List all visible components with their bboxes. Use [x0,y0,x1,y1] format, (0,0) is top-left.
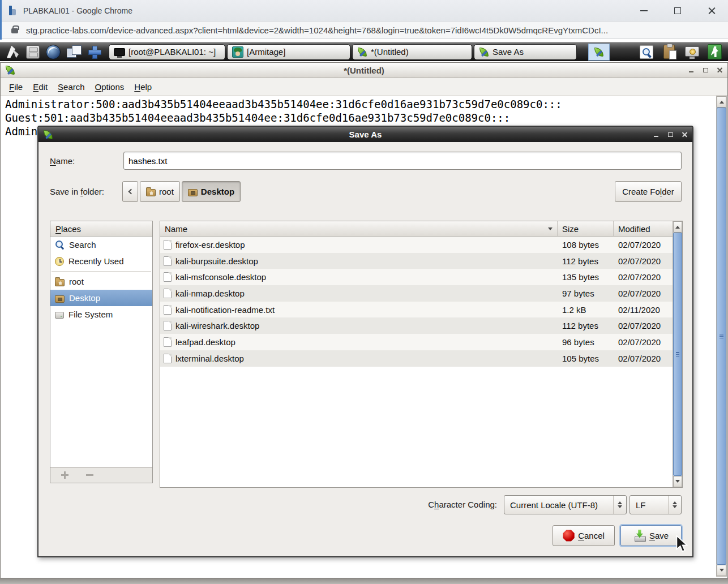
launcher-web-browser-icon[interactable] [43,44,63,61]
dialog-title: Save As [38,130,692,139]
filename-input[interactable] [123,152,682,170]
tray-icon[interactable] [636,44,657,61]
file-row[interactable]: kali-nmap.desktop 97 bytes 02/07/2020 [160,285,673,302]
scroll-up-button[interactable] [673,221,682,233]
file-list-scrollbar[interactable] [673,221,682,487]
path-button-desktop[interactable]: Desktop [182,181,241,202]
browser-window-title: PLABKALI01 - Google Chrome [23,6,132,15]
places-header[interactable]: Places [50,221,152,237]
file-row[interactable]: kali-notification-readme.txt 1.2 kB 02/1… [160,302,673,318]
column-header-modified[interactable]: Modified [614,221,673,236]
clipboard-icon [663,45,675,59]
scroll-down-button[interactable] [717,565,726,576]
sidebar-item-desktop[interactable]: Desktop [50,290,152,306]
taskbar-window-button[interactable]: [Armitage] [227,44,350,60]
leafpad-icon [479,47,489,57]
taskbar-window-button[interactable]: [root@PLABKALI01: ~] [109,44,225,60]
tray-icon[interactable] [658,44,680,61]
line-ending-select[interactable]: LF [629,495,682,514]
thumb-grip [720,334,723,338]
tray-icon[interactable] [681,44,703,61]
url-text[interactable]: stg.practice-labs.com/device-advanced.as… [26,25,608,35]
save-button[interactable]: Save [620,525,682,546]
encoding-select[interactable]: Current Locale (UTF-8) [504,495,627,514]
save-label: Save [649,531,669,540]
scrollbar-thumb[interactable] [673,233,682,476]
menu-edit[interactable]: Edit [28,80,53,94]
lock-icon[interactable] [11,28,18,33]
column-header-size[interactable]: Size [558,221,614,236]
launcher-add-workspace-icon[interactable] [84,44,104,61]
leafpad-titlebar: *(Untitled) [1,63,727,78]
plus-icon [61,471,68,479]
browser-minimize-button[interactable] [640,7,648,15]
leafpad-minimize-button[interactable] [688,67,695,74]
launcher-iconify-windows-icon[interactable] [63,44,84,61]
folder-icon [188,189,198,196]
arrow-up-icon [720,98,724,104]
taskbar-launchers [0,44,104,61]
text-line: Guest:501:aad3b435b51404eeaad3b435b51404… [1,111,716,124]
save-as-dialog: Save As Name: Save in folder: root Deskt… [37,126,693,557]
file-icon [164,240,172,250]
file-row[interactable]: kali-burpsuite.desktop 112 bytes 02/07/2… [160,253,673,269]
remove-place-button[interactable] [81,469,98,482]
taskbar-window-button[interactable]: Save As [474,44,577,60]
dialog-close-button[interactable] [681,131,688,138]
text-line: Administrator:500:aad3b435b51404eeaad3b4… [1,97,716,111]
launcher-kali-logo-icon[interactable] [2,44,23,61]
maximize-icon [674,7,681,14]
file-row[interactable]: leafpad.desktop 96 bytes 02/07/2020 [160,334,673,350]
menu-search[interactable]: Search [53,80,90,94]
column-header-name[interactable]: Name [160,221,558,236]
scroll-up-button[interactable] [717,96,726,108]
add-workspace-icon [87,45,101,59]
browser-maximize-button[interactable] [674,7,682,15]
path-back-button[interactable] [122,181,138,202]
create-folder-button[interactable]: Create Folder [615,181,682,202]
save-in-folder-label: Save in folder: [50,181,104,202]
path-button-root[interactable]: root [140,181,180,202]
tray-icon[interactable] [588,44,610,61]
browser-close-button[interactable] [708,7,716,15]
leafpad-maximize-button[interactable] [702,67,709,74]
menu-help[interactable]: Help [129,80,157,94]
menu-options[interactable]: Options [90,80,130,94]
file-row[interactable]: kali-msfconsole.desktop 135 bytes 02/07/… [160,269,673,285]
scrollbar-thumb[interactable] [717,108,726,565]
scroll-down-button[interactable] [673,476,682,487]
window-edge [0,0,2,40]
address-bar[interactable]: stg.practice-labs.com/device-advanced.as… [0,22,728,39]
cancel-button[interactable]: Cancel [553,525,615,546]
file-row[interactable]: kali-wireshark.desktop 112 bytes 02/07/2… [160,317,673,334]
sidebar-item-file-system[interactable]: File System [50,306,152,323]
recent-icon [55,257,64,266]
sidebar-item-root[interactable]: root [50,273,152,290]
editor-scrollbar[interactable] [716,96,727,577]
add-place-button[interactable] [56,469,73,482]
taskbar-window-button[interactable]: *(Untitled) [352,44,472,60]
search-icon [55,240,65,250]
dialog-maximize-button[interactable] [667,131,674,138]
leafpad-close-button[interactable] [716,67,723,74]
spinner-arrows-icon [668,496,681,514]
dialog-minimize-button[interactable] [653,131,660,138]
close-icon [708,7,716,14]
screenshot-icon [640,45,653,59]
menu-file[interactable]: File [4,80,28,94]
tray-icon[interactable] [704,44,725,61]
sidebar-item-recently-used[interactable]: Recently Used [50,253,152,269]
minimize-icon [640,10,648,11]
spinner-arrows-icon [613,496,626,514]
file-icon [164,354,172,363]
folder-icon [55,295,65,303]
places-toolbar [50,467,153,483]
file-row[interactable]: firefox-esr.desktop 108 bytes 02/07/2020 [160,237,673,253]
launcher-file-manager-icon[interactable] [23,44,43,61]
mouse-cursor [675,535,689,556]
file-icon [164,289,172,298]
iconify-windows-icon [66,45,82,59]
terminal-icon [114,48,125,56]
sidebar-item-search[interactable]: Search [50,237,152,253]
file-row[interactable]: lxterminal.desktop 105 bytes 02/07/2020 [160,350,673,367]
